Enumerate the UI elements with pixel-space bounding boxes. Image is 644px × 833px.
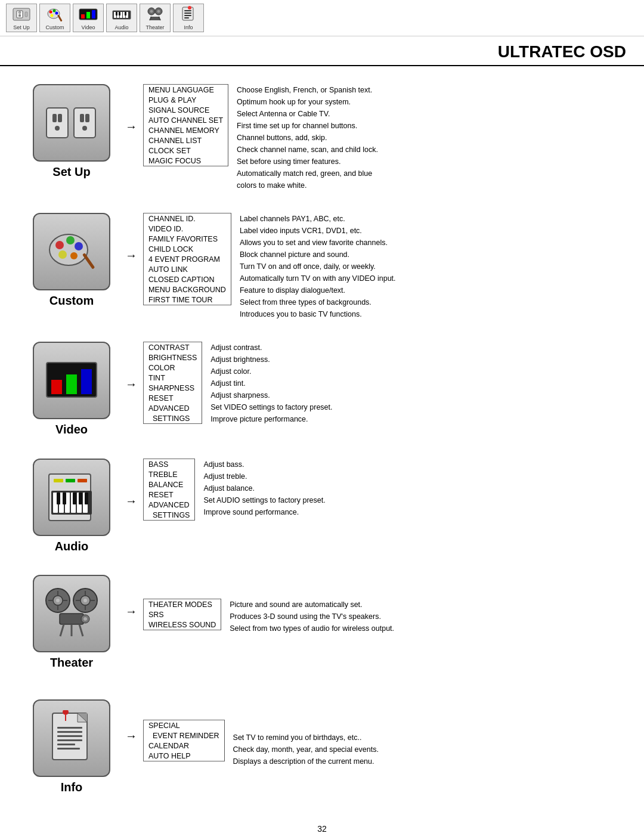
svg-point-44 bbox=[82, 126, 87, 131]
table-row: AUTO LINK bbox=[144, 264, 231, 274]
table-row: MENU LANGUAGE bbox=[144, 85, 228, 95]
setup-icon-box bbox=[33, 84, 110, 162]
svg-point-25 bbox=[150, 10, 153, 13]
table-row: TINT bbox=[144, 373, 202, 383]
table-row: RESET bbox=[144, 393, 202, 403]
svg-rect-22 bbox=[119, 12, 120, 16]
nav-video-label: Video bbox=[82, 24, 95, 30]
desc-text: Select from two types of audio for wirel… bbox=[230, 623, 394, 634]
table-row: CONTRAST bbox=[144, 342, 202, 353]
svg-rect-66 bbox=[73, 493, 76, 504]
nav-setup-label: Set Up bbox=[13, 24, 30, 30]
setup-arrow: → bbox=[125, 84, 143, 134]
menu-item: MENU BACKGROUND bbox=[144, 284, 231, 295]
video-menu-table: CONTRAST BRIGHTNESS COLOR TINT SHARPNESS… bbox=[143, 342, 202, 424]
desc-text: Adjust color. bbox=[210, 366, 332, 377]
page-number: 32 bbox=[0, 812, 644, 833]
table-row: EVENT REMINDER bbox=[144, 730, 225, 741]
table-row: CHANNEL MEMORY bbox=[144, 125, 228, 135]
top-navigation: Set Up Custom Video bbox=[0, 0, 644, 36]
audio-arrow: → bbox=[125, 459, 143, 508]
menu-item: MAGIC FOCUS bbox=[144, 156, 228, 166]
svg-rect-68 bbox=[85, 493, 88, 504]
table-row: WIRELESS SOUND bbox=[144, 620, 221, 630]
svg-point-9 bbox=[51, 14, 54, 17]
desc-text: Adjust brightness. bbox=[210, 354, 332, 366]
theater-descriptions: Picture and sound are automatically set.… bbox=[221, 599, 394, 634]
menu-item: SRS bbox=[144, 609, 221, 620]
custom-icon-svg bbox=[42, 225, 101, 278]
video-menu-desc: CONTRAST BRIGHTNESS COLOR TINT SHARPNESS… bbox=[143, 342, 333, 437]
menu-item: ADVANCED bbox=[144, 403, 202, 413]
menu-item: 4 EVENT PROGRAM bbox=[144, 254, 231, 264]
desc-text: Introduces you to basic TV functions. bbox=[240, 308, 396, 320]
svg-point-88 bbox=[83, 617, 87, 621]
table-row: TREBLE bbox=[144, 469, 195, 479]
svg-point-7 bbox=[53, 10, 56, 13]
desc-text: Automatically match red, green, and blue… bbox=[237, 168, 378, 191]
table-row: AUTO CHANNEL SET bbox=[144, 115, 228, 125]
table-row: RESET bbox=[144, 490, 195, 500]
menu-item: RESET bbox=[144, 490, 195, 500]
table-row: CALENDAR bbox=[144, 741, 225, 751]
menu-item: CHANNEL MEMORY bbox=[144, 125, 228, 135]
svg-rect-86 bbox=[60, 614, 83, 624]
table-row: CHILD LOCK bbox=[144, 244, 231, 254]
svg-rect-42 bbox=[80, 114, 84, 122]
nav-video[interactable]: Video bbox=[73, 4, 104, 32]
setup-section: Set Up → MENU LANGUAGE PLUG & PLAY SIGNA… bbox=[18, 84, 626, 191]
menu-item: TINT bbox=[144, 373, 202, 383]
info-descriptions: Set TV to remind you of birthdays, etc..… bbox=[225, 720, 379, 767]
nav-audio[interactable]: Audio bbox=[106, 4, 137, 32]
nav-setup[interactable]: Set Up bbox=[6, 4, 37, 32]
menu-item: BRIGHTNESS bbox=[144, 352, 202, 363]
table-row: SETTINGS bbox=[144, 510, 195, 521]
nav-custom[interactable]: Custom bbox=[39, 4, 70, 32]
nav-info-label: Info bbox=[184, 24, 193, 30]
menu-item: CALENDAR bbox=[144, 741, 225, 751]
audio-menu-desc: BASS TREBLE BALANCE RESET ADVANCED SETTI… bbox=[143, 459, 326, 530]
desc-text: Adjust contrast. bbox=[210, 342, 332, 354]
nav-custom-label: Custom bbox=[45, 24, 64, 30]
table-row: AUTO HELP bbox=[144, 751, 225, 761]
table-row: SHARPNESS bbox=[144, 383, 202, 393]
table-row: ADVANCED bbox=[144, 403, 202, 413]
svg-rect-14 bbox=[92, 10, 95, 18]
nav-theater[interactable]: Theater bbox=[140, 4, 171, 32]
menu-item: AUTO CHANNEL SET bbox=[144, 115, 228, 125]
table-row: THEATER MODES bbox=[144, 599, 221, 610]
svg-point-8 bbox=[55, 12, 58, 15]
menu-item: MENU LANGUAGE bbox=[144, 85, 228, 95]
table-row: BASS bbox=[144, 459, 195, 470]
svg-point-36 bbox=[188, 6, 191, 10]
menu-item: EVENT REMINDER bbox=[144, 730, 225, 741]
setup-icon-area: Set Up bbox=[18, 84, 125, 179]
desc-text: Turn TV on and off once, daily, or weekl… bbox=[240, 261, 396, 272]
custom-label: Custom bbox=[49, 294, 94, 308]
nav-info[interactable]: Info bbox=[173, 4, 204, 32]
desc-text bbox=[210, 425, 332, 437]
video-arrow: → bbox=[125, 342, 143, 391]
svg-rect-35 bbox=[184, 17, 189, 18]
svg-rect-32 bbox=[184, 10, 191, 11]
desc-text: Produces 3-D sound using the TV's speake… bbox=[230, 611, 394, 623]
theater-icon-svg bbox=[39, 584, 104, 643]
info-menu-desc: SPECIAL EVENT REMINDER CALENDAR AUTO HEL… bbox=[143, 720, 379, 767]
custom-menu-table: CHANNEL ID. VIDEO ID. FAMILY FAVORITES C… bbox=[143, 213, 231, 305]
desc-text: Set TV to remind you of birthdays, etc.. bbox=[233, 732, 379, 744]
info-menu-table: SPECIAL EVENT REMINDER CALENDAR AUTO HEL… bbox=[143, 720, 225, 761]
desc-text: Adjust tint. bbox=[210, 377, 332, 389]
table-row: SETTINGS bbox=[144, 413, 202, 424]
info-label: Info bbox=[61, 781, 83, 794]
menu-item: SIGNAL SOURCE bbox=[144, 105, 228, 115]
svg-rect-33 bbox=[184, 13, 191, 14]
svg-rect-37 bbox=[47, 108, 68, 138]
svg-point-46 bbox=[55, 241, 64, 249]
menu-item: SETTINGS bbox=[144, 413, 202, 424]
svg-rect-65 bbox=[63, 493, 66, 504]
table-row: CHANNEL ID. bbox=[144, 213, 231, 224]
menu-item: CHANNEL LIST bbox=[144, 135, 228, 145]
table-row: SRS bbox=[144, 609, 221, 620]
menu-item: CLOSED CAPTION bbox=[144, 274, 231, 284]
setup-label: Set Up bbox=[52, 165, 90, 179]
